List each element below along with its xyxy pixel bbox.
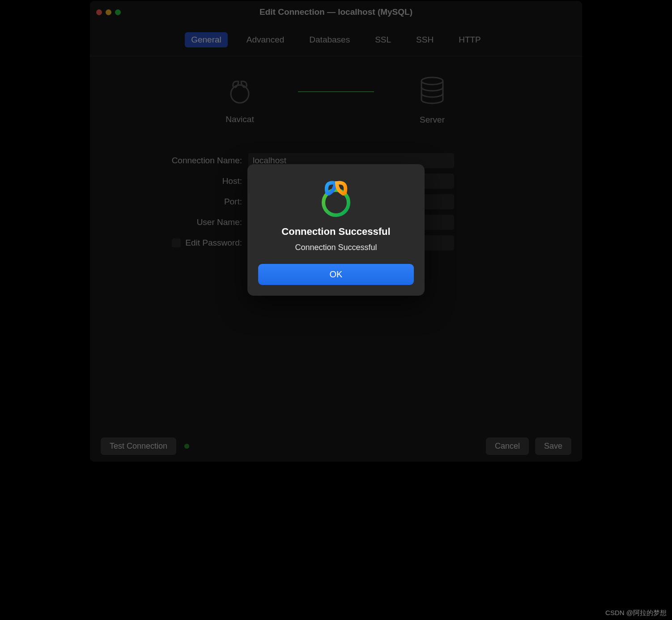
connection-diagram: Navicat Server xyxy=(90,56,582,132)
window-controls xyxy=(96,9,121,15)
database-icon xyxy=(419,76,445,106)
port-label: Port: xyxy=(162,197,242,207)
user-name-label: User Name: xyxy=(162,217,242,227)
minimize-window-button[interactable] xyxy=(106,9,111,15)
watermark: CSDN @阿拉的梦想 xyxy=(605,609,667,617)
cancel-button[interactable]: Cancel xyxy=(486,437,529,455)
tab-bar: General Advanced Databases SSL SSH HTTP xyxy=(90,23,582,56)
diagram-navicat-label: Navicat xyxy=(225,115,254,124)
connection-result-dialog: Connection Successful Connection Success… xyxy=(247,164,425,296)
tab-general[interactable]: General xyxy=(185,32,228,47)
dialog-title: Connection Successful xyxy=(258,226,414,238)
svg-point-1 xyxy=(421,77,443,85)
edit-password-checkbox[interactable] xyxy=(172,238,181,247)
dialog-message: Connection Successful xyxy=(258,243,414,252)
diagram-server: Server xyxy=(392,76,472,125)
test-connection-button[interactable]: Test Connection xyxy=(101,437,176,455)
status-success-icon xyxy=(184,444,189,449)
maximize-window-button[interactable] xyxy=(115,9,121,15)
tab-ssl[interactable]: SSL xyxy=(369,32,397,47)
tab-ssh[interactable]: SSH xyxy=(410,32,440,47)
navicat-icon xyxy=(225,77,255,106)
dialog-ok-button[interactable]: OK xyxy=(258,264,414,285)
navicat-logo-icon xyxy=(315,177,357,218)
tab-http[interactable]: HTTP xyxy=(452,32,487,47)
save-button[interactable]: Save xyxy=(535,437,571,455)
close-window-button[interactable] xyxy=(96,9,102,15)
diagram-server-label: Server xyxy=(420,115,445,125)
svg-point-0 xyxy=(231,85,249,103)
edit-connection-window: Edit Connection — localhost (MySQL) Gene… xyxy=(90,1,582,462)
diagram-navicat: Navicat xyxy=(200,77,280,124)
connection-name-label: Connection Name: xyxy=(162,156,242,166)
tab-advanced[interactable]: Advanced xyxy=(240,32,291,47)
tab-databases[interactable]: Databases xyxy=(303,32,356,47)
titlebar: Edit Connection — localhost (MySQL) xyxy=(90,1,582,23)
connection-line-icon xyxy=(298,91,374,92)
window-title: Edit Connection — localhost (MySQL) xyxy=(96,7,576,17)
host-label: Host: xyxy=(162,176,242,186)
footer: Test Connection Cancel Save xyxy=(90,430,582,462)
edit-password-label: Edit Password: xyxy=(185,238,242,248)
